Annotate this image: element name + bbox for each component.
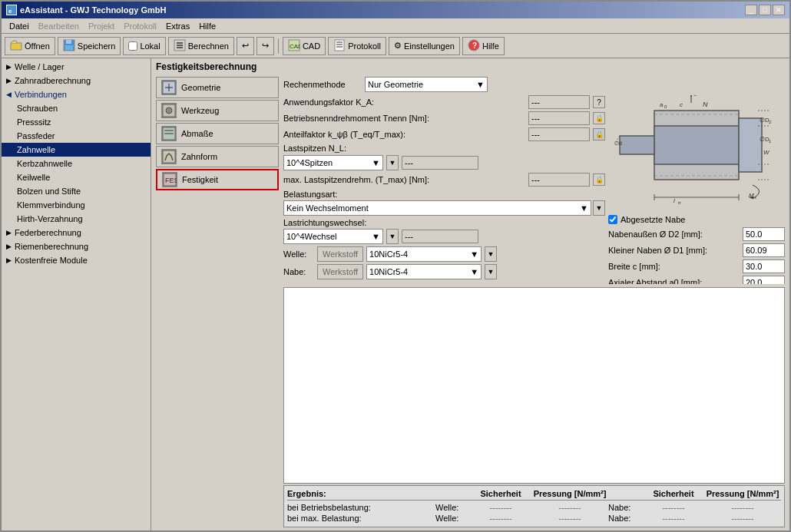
rechenmethode-dropdown[interactable]: Nur Geometrie ▼: [365, 77, 488, 92]
lastspitzen-dropdown[interactable]: 10^4Spitzen ▼: [283, 155, 383, 170]
anwendungsfaktor-input[interactable]: [528, 95, 590, 109]
sicherheit-header: Sicherheit: [470, 489, 531, 498]
hilfe-button[interactable]: ? Hilfe: [462, 37, 505, 55]
geometrie-label: Geometrie: [181, 83, 220, 92]
belastungsart-value: Kein Wechselmoment: [286, 203, 369, 213]
svg-text:e: e: [8, 8, 12, 15]
sidebar-group-feder-label: Federberechnung: [15, 228, 81, 237]
sidebar-item-zahnwelle[interactable]: Zahnwelle: [2, 143, 151, 157]
welle-werkstoff-button[interactable]: Werkstoff: [317, 246, 363, 262]
sidebar-group-welle[interactable]: ▶ Welle / Lager: [2, 60, 151, 74]
abgesetzte-nabe-row: Abgesetzte Nabe: [608, 215, 785, 224]
kleiner-naben-input[interactable]: [743, 243, 785, 257]
anwendungsfaktor-label: Anwendungsfaktor K_A:: [283, 97, 525, 107]
zahnform-button[interactable]: Zahnform: [156, 146, 279, 167]
form-area: Rechenmethode Nur Geometrie ▼: [283, 77, 785, 527]
berechnen-label: Berechnen: [188, 41, 229, 51]
axialer-input[interactable]: [743, 276, 785, 284]
betriebsnenn-input[interactable]: [528, 111, 590, 125]
berechnen-button[interactable]: Berechnen: [168, 37, 234, 55]
anwendungsfaktor-row: Anwendungsfaktor K_A: ?: [283, 95, 605, 109]
max-belastung-label: bei max. Belastung:: [287, 514, 435, 523]
abmasse-button[interactable]: Abmaße: [156, 123, 279, 144]
menu-bearbeiten[interactable]: Bearbeiten: [34, 20, 84, 32]
maximize-button[interactable]: □: [759, 5, 771, 15]
sidebar-item-klemmverbindung[interactable]: Klemmverbindung: [2, 198, 151, 212]
anwendungsfaktor-help[interactable]: ?: [593, 96, 605, 108]
sidebar-item-kerbzahnwelle[interactable]: Kerbzahnwelle: [2, 157, 151, 170]
betrieb-nabe-pressung: --------: [704, 503, 781, 512]
sidebar-group-verbindungen[interactable]: ◀ Verbindungen Schrauben Presssitz Passf…: [2, 88, 151, 226]
sidebar-group-kostenfreie[interactable]: ▶ Kostenfreie Module: [2, 253, 151, 267]
welle-material-arrow-icon: ▼: [470, 249, 478, 259]
festigkeit-button[interactable]: FES Festigkeit: [156, 169, 279, 190]
belastungsart-dropdown[interactable]: Kein Wechselmoment ▼: [283, 200, 591, 216]
lokal-label: Lokal: [140, 41, 160, 51]
welle-material-arrow-btn[interactable]: ▼: [485, 246, 497, 262]
betrieb-nabe-label: Nabe:: [608, 503, 643, 512]
anteilfaktor-lock: 🔒: [593, 128, 605, 140]
sidebar-group-zahnrad[interactable]: ▶ Zahnradberechnung: [2, 74, 151, 88]
sidebar-item-schrauben[interactable]: Schrauben: [2, 101, 151, 115]
betriebsnenn-row: Betriebsnenndrehmoment Tnenn [Nm]: 🔒: [283, 111, 605, 125]
werkzeug-button[interactable]: Werkzeug: [156, 100, 279, 121]
sidebar-group-riemen[interactable]: ▶ Riemenberechnung: [2, 240, 151, 253]
anteilfaktor-input[interactable]: [528, 127, 590, 141]
sidebar-item-presssitz[interactable]: Presssitz: [2, 115, 151, 129]
breite-input[interactable]: [743, 259, 785, 273]
save-button[interactable]: Speichern: [58, 37, 121, 55]
lokal-checkbox[interactable]: [128, 41, 137, 51]
svg-text:FES: FES: [165, 177, 177, 184]
kleiner-naben-label: Kleiner Naben Ø D1 [mm]:: [608, 246, 740, 255]
nabe-material-dropdown[interactable]: 10NiCr5-4 ▼: [366, 264, 482, 279]
menu-protokoll[interactable]: Protokoll: [119, 20, 161, 32]
menu-hilfe[interactable]: Hilfe: [194, 20, 220, 32]
svg-text:?: ?: [472, 41, 477, 50]
lastspitzen-field[interactable]: [402, 156, 478, 170]
sidebar: ▶ Welle / Lager ▶ Zahnradberechnung ◀ Ve…: [2, 58, 151, 530]
protokoll-label: Protokoll: [348, 41, 381, 51]
anteilfaktor-label: Anteilfaktor k_ψβ (T_eq/T_max):: [283, 130, 525, 139]
sidebar-item-hirth[interactable]: Hirth-Verzahnung: [2, 212, 151, 226]
section-title: Festigkeitsberechnung: [156, 61, 785, 72]
menu-datei[interactable]: Datei: [5, 20, 34, 32]
lokal-button[interactable]: Lokal: [123, 37, 165, 55]
abgesetzte-nabe-checkbox[interactable]: [608, 215, 617, 224]
sidebar-group-feder[interactable]: ▶ Federberechnung: [2, 226, 151, 240]
belastungsart-arrow-btn[interactable]: ▼: [593, 200, 605, 216]
redo-icon: ↪: [262, 41, 269, 51]
welle-material-dropdown[interactable]: 10NiCr5-4 ▼: [366, 246, 482, 262]
protokoll-button[interactable]: Protokoll: [328, 37, 386, 55]
redo-button[interactable]: ↪: [256, 37, 274, 55]
max-lastspitzen-input[interactable]: [528, 173, 590, 187]
svg-rect-38: [739, 118, 762, 172]
svg-text:∅d: ∅d: [614, 140, 622, 146]
cad-button[interactable]: CAD CAD: [283, 37, 326, 55]
lastrichtung-dropdown[interactable]: 10^4Wechsel ▼: [283, 229, 383, 244]
sidebar-item-bolzen[interactable]: Bolzen und Stifte: [2, 184, 151, 198]
geometrie-button[interactable]: Geometrie: [156, 77, 279, 98]
dropdown-arrow-btn[interactable]: ▼: [386, 155, 399, 170]
nabenaussendurchmesser-input[interactable]: [743, 227, 785, 241]
nabe-material-arrow-btn[interactable]: ▼: [485, 264, 497, 279]
betriebsnenn-label: Betriebsnenndrehmoment Tnenn [Nm]:: [283, 114, 525, 123]
pressung-header: Pressung [N/mm²]: [531, 489, 608, 498]
close-button[interactable]: ✕: [773, 5, 785, 15]
menu-extras[interactable]: Extras: [161, 20, 194, 32]
festigkeit-label: Festigkeit: [182, 175, 218, 184]
tool-icon: [161, 103, 177, 118]
menu-projekt[interactable]: Projekt: [84, 20, 119, 32]
undo-button[interactable]: ↩: [237, 37, 254, 55]
window-title: eAssistant - GWJ Technology GmbH: [20, 5, 167, 15]
lastrichtung-field[interactable]: [402, 230, 478, 243]
svg-text:tr: tr: [678, 200, 681, 205]
sidebar-item-passfeder[interactable]: Passfeder: [2, 129, 151, 143]
sidebar-item-keilwelle[interactable]: Keilwelle: [2, 170, 151, 184]
einstellungen-button[interactable]: ⚙ Einstellungen: [389, 37, 460, 55]
lastrichtung-arrow-btn[interactable]: ▼: [386, 229, 399, 244]
help-icon: ?: [468, 39, 480, 53]
open-button[interactable]: Öffnen: [5, 37, 55, 55]
nabe-werkstoff-button[interactable]: Werkstoff: [317, 264, 363, 279]
cad-label: CAD: [303, 41, 320, 51]
minimize-button[interactable]: _: [745, 5, 757, 15]
